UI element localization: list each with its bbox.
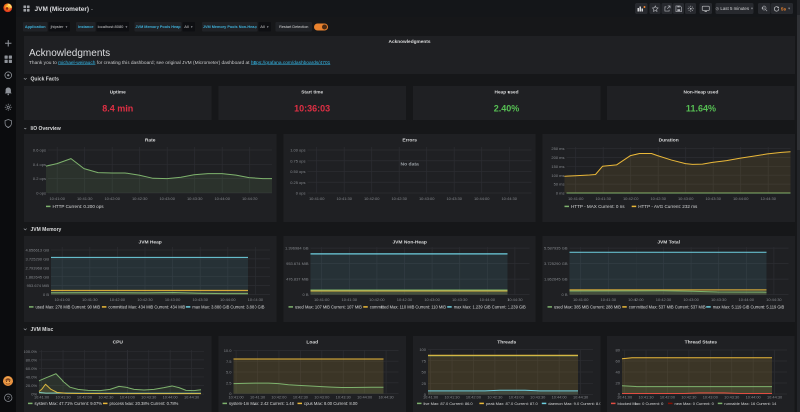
svg-text:10:43:00: 10:43:00 — [678, 196, 694, 201]
svg-text:10:43:00: 10:43:00 — [159, 196, 175, 201]
svg-text:10:42:00: 10:42:00 — [623, 196, 639, 201]
svg-text:10:43:30: 10:43:30 — [192, 297, 208, 302]
svg-text:10:44:30: 10:44:30 — [766, 297, 782, 302]
svg-text:10:43:30: 10:43:30 — [187, 196, 203, 201]
svg-text:1.00 ops: 1.00 ops — [290, 148, 305, 153]
svg-text:blocked Max: 0 Current: 0: blocked Max: 0 Current: 0 — [618, 401, 665, 406]
svg-text:?: ? — [6, 395, 9, 401]
svg-text:runnable Max: 16 Current: 14: runnable Max: 16 Current: 14 — [724, 401, 777, 406]
svg-text:10:44:30: 10:44:30 — [761, 196, 777, 201]
svg-text:10:44:30: 10:44:30 — [501, 196, 517, 201]
svg-text:HTTP Current: 0.200 ops: HTTP Current: 0.200 ops — [52, 204, 104, 209]
svg-text:3.725290 GB: 3.725290 GB — [544, 261, 568, 266]
svg-text:10:43:00: 10:43:00 — [424, 297, 440, 302]
svg-text:10:42:30: 10:42:30 — [682, 395, 698, 400]
svg-text:953.674 MiB: 953.674 MiB — [27, 283, 50, 288]
svg-text:25: 25 — [421, 381, 426, 386]
svg-text:10:41:30: 10:41:30 — [250, 395, 266, 400]
svg-text:10:44:30: 10:44:30 — [378, 395, 394, 400]
svg-text:10:43:30: 10:43:30 — [530, 395, 546, 400]
svg-text:10:44:30: 10:44:30 — [507, 297, 523, 302]
svg-text:0.75 ops: 0.75 ops — [290, 158, 305, 163]
svg-text:2.5: 2.5 — [226, 380, 232, 385]
svg-text:10:41:00: 10:41:00 — [568, 196, 584, 201]
svg-text:10:42:00: 10:42:00 — [466, 395, 482, 400]
svg-text:60.0%: 60.0% — [26, 366, 38, 371]
svg-text:JVM Heap: JVM Heap — [138, 240, 161, 245]
svg-text:50 ms: 50 ms — [554, 182, 565, 187]
svg-text:10:42:30: 10:42:30 — [137, 297, 153, 302]
svg-text:10:41:30: 10:41:30 — [444, 395, 460, 400]
svg-text:80.0%: 80.0% — [26, 357, 38, 362]
svg-text:10:41:00: 10:41:00 — [573, 297, 589, 302]
svg-text:10:43:30: 10:43:30 — [706, 196, 722, 201]
svg-text:0 ms: 0 ms — [556, 191, 565, 196]
svg-text:250 ms: 250 ms — [552, 146, 565, 151]
svg-text:10:43:30: 10:43:30 — [336, 395, 352, 400]
svg-text:daemon Max: 9.0 Current: 8.0: daemon Max: 9.0 Current: 8.0 — [548, 401, 600, 406]
svg-text:10:42:30: 10:42:30 — [487, 395, 503, 400]
svg-text:max Max: 1.239 GiB Current: 1.: max Max: 1.239 GiB Current: 1.239 GiB — [453, 304, 525, 309]
svg-text:10:44:00: 10:44:00 — [163, 395, 179, 400]
svg-text:10:41:00: 10:41:00 — [617, 395, 633, 400]
svg-text:Errors: Errors — [402, 138, 417, 143]
svg-text:system-1m Max: 2.42 Current: 1: system-1m Max: 2.42 Current: 1.48 — [229, 401, 295, 406]
svg-text:CPU: CPU — [113, 340, 124, 345]
svg-text:peak Max: 87.0 Current: 87.0: peak Max: 87.0 Current: 87.0 — [486, 401, 539, 406]
svg-text:50: 50 — [421, 370, 426, 375]
svg-text:40.0%: 40.0% — [26, 375, 38, 380]
svg-text:2.793968 GB: 2.793968 GB — [26, 265, 50, 270]
svg-text:10:44:00: 10:44:00 — [479, 297, 495, 302]
svg-text:10:41:30: 10:41:30 — [55, 395, 71, 400]
svg-text:10:41:30: 10:41:30 — [77, 196, 93, 201]
svg-text:10:44:00: 10:44:00 — [214, 196, 230, 201]
svg-text:1.396984 GB: 1.396984 GB — [285, 246, 309, 251]
svg-text:Load: Load — [306, 340, 318, 345]
svg-text:Rate: Rate — [145, 138, 156, 143]
svg-text:HTTP - AVG Current: 232 ms: HTTP - AVG Current: 232 ms — [638, 204, 698, 209]
svg-text:process Max: 20.38% Current: 0: process Max: 20.38% Current: 0.78% — [110, 401, 179, 406]
svg-text:10:42:00: 10:42:00 — [628, 297, 644, 302]
svg-text:10:41:00: 10:41:00 — [423, 395, 439, 400]
svg-text:used Max: 385 MiB Current: 288: used Max: 385 MiB Current: 288 MiB — [554, 304, 621, 309]
svg-text:100.0%: 100.0% — [24, 349, 37, 354]
svg-text:10:42:30: 10:42:30 — [656, 297, 672, 302]
svg-text:10:44:00: 10:44:00 — [474, 196, 490, 201]
svg-text:10:43:00: 10:43:00 — [509, 395, 525, 400]
svg-text:10:44:30: 10:44:30 — [242, 196, 258, 201]
svg-text:max Max: 3.880 GiB Current: 3.: max Max: 3.880 GiB Current: 3.880 GiB — [192, 304, 264, 309]
svg-text:0.2 ops: 0.2 ops — [33, 176, 46, 181]
svg-text:5.587935 GB: 5.587935 GB — [544, 246, 568, 251]
svg-text:No data: No data — [400, 161, 419, 167]
svg-text:476.837 MiB: 476.837 MiB — [286, 277, 309, 282]
svg-text:10:41:00: 10:41:00 — [54, 297, 70, 302]
svg-text:committed Max: 110 MiB Current: committed Max: 110 MiB Current: 110 MiB — [370, 304, 447, 309]
svg-text:10:42:00: 10:42:00 — [369, 297, 385, 302]
svg-text:system Max: 47.71% Current: 9.: system Max: 47.71% Current: 9.07% — [35, 401, 103, 406]
svg-text:10:44:00: 10:44:00 — [733, 196, 749, 201]
svg-text:10:41:00: 10:41:00 — [49, 196, 65, 201]
svg-text:10:44:00: 10:44:00 — [357, 395, 373, 400]
svg-text:953.674 MiB: 953.674 MiB — [286, 261, 309, 266]
svg-text:1.862645 GB: 1.862645 GB — [26, 274, 50, 279]
svg-text:10:41:30: 10:41:30 — [639, 395, 655, 400]
svg-text:10:44:00: 10:44:00 — [746, 395, 762, 400]
svg-text:20.0%: 20.0% — [26, 383, 38, 388]
svg-text:10:44:30: 10:44:30 — [184, 395, 200, 400]
svg-text:10:42:00: 10:42:00 — [271, 395, 287, 400]
svg-text:20: 20 — [616, 381, 621, 386]
svg-text:10:42:30: 10:42:30 — [651, 196, 667, 201]
svg-text:10:42:00: 10:42:00 — [660, 395, 676, 400]
svg-text:10:44:30: 10:44:30 — [573, 395, 589, 400]
svg-text:used Max: 278 MiB Current: 90: used Max: 278 MiB Current: 90 MiB — [35, 304, 100, 309]
svg-text:10:43:00: 10:43:00 — [165, 297, 181, 302]
svg-text:100: 100 — [419, 347, 426, 352]
svg-text:10:42:30: 10:42:30 — [132, 196, 148, 201]
svg-text:Threads: Threads — [497, 340, 516, 345]
svg-text:10:41:00: 10:41:00 — [314, 297, 330, 302]
svg-text:200 ms: 200 ms — [552, 155, 565, 160]
svg-text:Duration: Duration — [659, 138, 679, 143]
svg-text:10:43:30: 10:43:30 — [452, 297, 468, 302]
svg-text:live Max: 87.0 Current: 86.0: live Max: 87.0 Current: 86.0 — [423, 401, 473, 406]
svg-text:10:44:30: 10:44:30 — [767, 395, 783, 400]
